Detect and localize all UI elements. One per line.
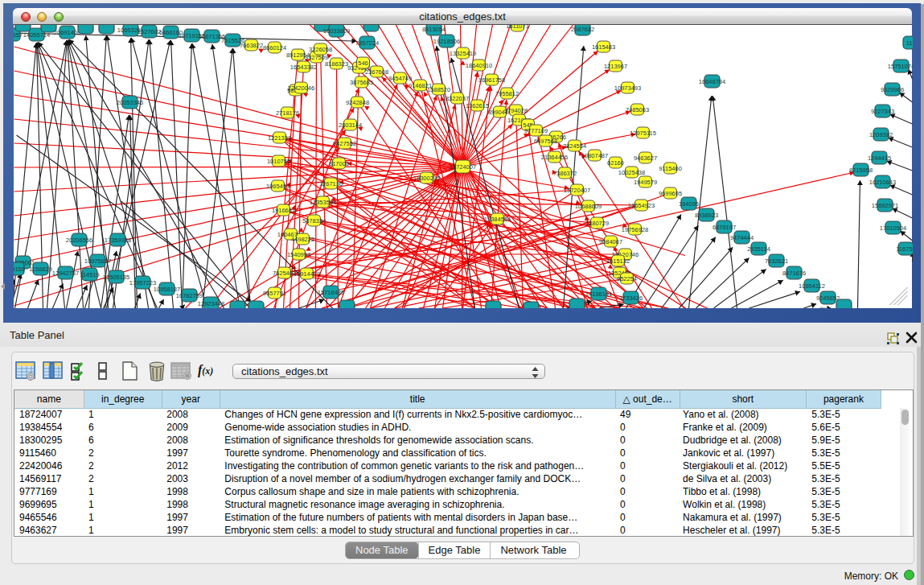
svg-text:8454749: 8454749 [388, 75, 412, 82]
svg-text:1213967: 1213967 [604, 63, 627, 70]
svg-text:16961758: 16961758 [478, 76, 505, 84]
svg-text:9427552: 9427552 [333, 140, 356, 147]
svg-text:1916682: 1916682 [272, 207, 295, 214]
svg-text:15751074: 15751074 [888, 63, 913, 70]
svg-text:12353594: 12353594 [310, 199, 336, 206]
svg-text:8660124: 8660124 [263, 44, 286, 51]
svg-text:9115460: 9115460 [659, 165, 682, 172]
svg-text:2367608: 2367608 [365, 68, 388, 76]
svg-text:12505135: 12505135 [103, 274, 129, 281]
svg-text:1010755: 1010755 [267, 158, 290, 165]
svg-text:111: 111 [906, 39, 913, 47]
svg-text:8938923: 8938923 [695, 212, 718, 219]
svg-text:1615483: 1615483 [592, 43, 615, 51]
svg-text:546: 546 [358, 60, 368, 67]
svg-text:10025438: 10025438 [618, 169, 645, 176]
svg-text:1540994: 1540994 [287, 251, 310, 258]
svg-text:9657791: 9657791 [263, 290, 286, 297]
svg-text:14136141: 14136141 [585, 290, 612, 298]
svg-text:3875685: 3875685 [350, 79, 373, 86]
svg-text:9777169: 9777169 [524, 127, 548, 134]
svg-text:17359928: 17359928 [105, 237, 131, 244]
svg-text:19218506: 19218506 [433, 38, 460, 45]
svg-text:9474444: 9474444 [730, 234, 754, 241]
svg-text:1221338: 1221338 [268, 134, 291, 142]
svg-text:2718176: 2718176 [276, 109, 299, 117]
svg-text:164095: 164095 [679, 200, 699, 208]
svg-text:7386372: 7386372 [553, 170, 577, 177]
svg-text:2803144: 2803144 [339, 122, 362, 129]
svg-text:12942737: 12942737 [52, 270, 79, 277]
svg-text:15692971: 15692971 [872, 202, 898, 209]
svg-text:1965493: 1965493 [266, 183, 290, 190]
svg-text:1244415: 1244415 [868, 154, 891, 162]
svg-text:1588520: 1588520 [427, 86, 450, 93]
svg-text:10688609: 10688609 [575, 203, 602, 210]
svg-text:15720407: 15720407 [564, 187, 590, 194]
svg-text:8813054: 8813054 [422, 26, 446, 33]
svg-text:7632621: 7632621 [765, 257, 788, 265]
svg-text:7485063: 7485063 [626, 106, 649, 113]
svg-text:9227343: 9227343 [871, 108, 894, 115]
svg-text:20206556: 20206556 [66, 237, 92, 244]
svg-text:5878334: 5878334 [302, 217, 326, 225]
svg-text:3824554: 3824554 [563, 142, 586, 150]
svg-text:19756928: 19756928 [622, 226, 648, 233]
svg-text:1949579: 1949579 [634, 179, 657, 186]
svg-text:12975115: 12975115 [630, 130, 656, 137]
svg-text:16648784: 16648784 [699, 78, 725, 85]
svg-text:7663822: 7663822 [240, 42, 263, 49]
svg-text:9794028: 9794028 [504, 107, 528, 114]
svg-text:8322037: 8322037 [446, 95, 469, 102]
svg-text:18640910: 18640910 [466, 62, 492, 69]
svg-text:252254: 252254 [617, 275, 637, 282]
svg-text:4498222: 4498222 [291, 236, 314, 243]
svg-text:13654923: 13654923 [628, 202, 655, 209]
svg-text:19384554: 19384554 [484, 216, 511, 223]
svg-text:1527602: 1527602 [138, 28, 161, 35]
svg-text:1209382: 1209382 [869, 131, 893, 138]
svg-text:114519: 114519 [80, 271, 99, 278]
svg-text:1880729: 1880729 [585, 220, 609, 227]
svg-text:116753: 116753 [896, 245, 913, 253]
svg-text:140557: 140557 [14, 31, 23, 39]
svg-text:16914479: 16914479 [294, 270, 320, 278]
svg-text:13325419: 13325419 [450, 50, 476, 57]
svg-text:1733426: 1733426 [619, 295, 643, 302]
svg-text:10654112: 10654112 [799, 282, 825, 290]
svg-text:1615132: 1615132 [606, 257, 630, 265]
svg-text:15716485: 15716485 [318, 289, 344, 296]
svg-text:21364456: 21364456 [541, 154, 568, 161]
svg-text:8471676: 8471676 [782, 270, 806, 277]
svg-text:1611071: 1611071 [506, 25, 529, 30]
svg-text:10975857: 10975857 [84, 257, 111, 265]
svg-text:16210643: 16210643 [869, 179, 896, 186]
svg-text:10807487: 10807487 [581, 152, 608, 159]
svg-text:817006: 817006 [329, 160, 349, 167]
svg-text:22420046: 22420046 [288, 84, 314, 92]
svg-text:6879197: 6879197 [713, 224, 736, 231]
svg-text:9084067: 9084067 [599, 238, 622, 245]
svg-text:7625402: 7625402 [273, 270, 296, 277]
svg-text:3267130: 3267130 [319, 180, 343, 187]
svg-text:16782759: 16782759 [176, 292, 203, 299]
svg-text:39159: 39159 [14, 266, 25, 273]
svg-text:18724007: 18724007 [450, 163, 476, 171]
svg-text:10973493: 10973493 [614, 84, 641, 92]
svg-text:9242848: 9242848 [346, 99, 369, 106]
svg-text:16543382: 16543382 [290, 64, 317, 71]
svg-text:17010504: 17010504 [880, 225, 906, 232]
svg-text:16033809: 16033809 [323, 27, 350, 35]
svg-text:2087682: 2087682 [571, 26, 594, 33]
svg-text:1362615: 1362615 [466, 102, 489, 109]
svg-text:3226058: 3226058 [309, 46, 332, 53]
svg-text:8186323: 8186323 [325, 60, 348, 68]
svg-text:6497568: 6497568 [534, 138, 557, 145]
svg-text:9699695: 9699695 [659, 190, 682, 197]
svg-text:9245652: 9245652 [816, 295, 840, 302]
svg-text:1156829: 1156829 [29, 266, 52, 273]
svg-text:7955812: 7955812 [495, 90, 519, 97]
svg-text:12923448: 12923448 [198, 300, 224, 307]
svg-text:9463627: 9463627 [634, 154, 657, 162]
svg-text:20053346: 20053346 [117, 99, 143, 106]
